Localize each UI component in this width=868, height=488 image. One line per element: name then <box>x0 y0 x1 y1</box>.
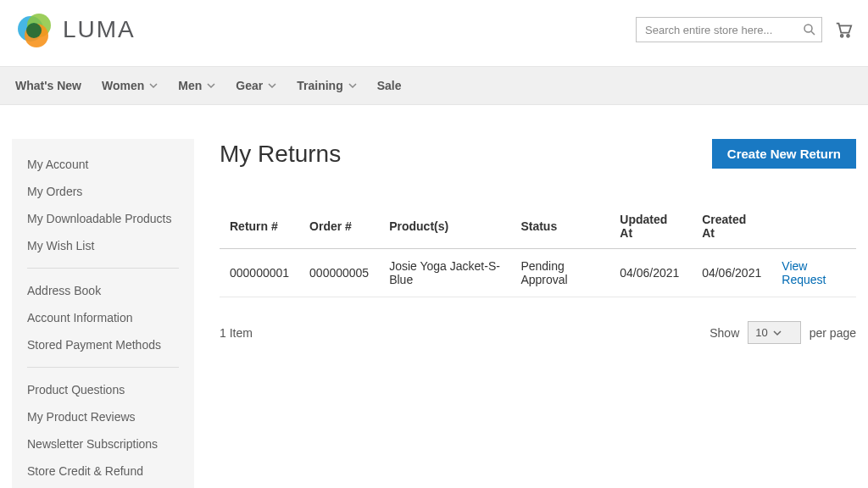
nav-item-what-s-new[interactable]: What's New <box>15 67 81 104</box>
svg-point-4 <box>804 25 812 32</box>
chevron-down-icon <box>773 329 782 337</box>
brand-name: LUMA <box>63 16 136 43</box>
chevron-down-icon <box>149 81 158 90</box>
sidebar-item-account-information[interactable]: Account Information <box>12 304 194 331</box>
cart-icon[interactable] <box>834 20 853 39</box>
nav-item-women[interactable]: Women <box>102 67 158 104</box>
column-header: Created At <box>692 204 771 249</box>
nav-label: Gear <box>236 79 263 92</box>
sidebar-item-my-wish-list[interactable]: My Wish List <box>12 232 194 259</box>
sidebar-item-my-downloadable-products[interactable]: My Downloadable Products <box>12 205 194 232</box>
nav-label: Women <box>102 79 144 92</box>
view-request-link[interactable]: View Request <box>782 259 826 286</box>
chevron-down-icon <box>348 81 357 90</box>
column-header: Status <box>510 204 609 249</box>
search-field-wrap <box>636 17 822 42</box>
svg-point-7 <box>847 35 849 37</box>
sidebar-item-my-orders[interactable]: My Orders <box>12 178 194 205</box>
create-return-button[interactable]: Create New Return <box>712 139 856 169</box>
nav-label: What's New <box>15 79 81 92</box>
nav-label: Sale <box>377 79 402 92</box>
nav-item-sale[interactable]: Sale <box>377 67 402 104</box>
products: Josie Yoga Jacket-S-Blue <box>379 249 510 297</box>
page-title: My Returns <box>220 141 341 168</box>
status: Pending Approval <box>510 249 609 297</box>
account-sidebar: My AccountMy OrdersMy Downloadable Produ… <box>12 139 194 488</box>
table-row: 000000001000000005Josie Yoga Jacket-S-Bl… <box>220 249 856 297</box>
column-header: Product(s) <box>379 204 510 249</box>
order-number: 000000005 <box>299 249 379 297</box>
sidebar-item-my-product-reviews[interactable]: My Product Reviews <box>12 403 194 430</box>
column-header: Updated At <box>609 204 692 249</box>
updated-at: 04/06/2021 <box>609 249 692 297</box>
nav-label: Men <box>178 79 202 92</box>
sidebar-item-stored-payment-methods[interactable]: Stored Payment Methods <box>12 331 194 358</box>
show-label: Show <box>709 326 739 340</box>
chevron-down-icon <box>207 81 215 90</box>
sidebar-item-my-account[interactable]: My Account <box>12 151 194 178</box>
page-size-value: 10 <box>755 326 767 339</box>
nav-label: Training <box>297 79 342 92</box>
page-size-select[interactable]: 10 <box>748 321 800 344</box>
returns-table: Return #Order #Product(s)StatusUpdated A… <box>220 204 856 297</box>
column-header <box>771 204 856 249</box>
logo-icon <box>15 10 54 49</box>
nav-item-gear[interactable]: Gear <box>236 67 276 104</box>
item-count: 1 Item <box>220 326 253 340</box>
search-input[interactable] <box>636 17 822 42</box>
return-number: 000000001 <box>220 249 299 297</box>
nav-item-men[interactable]: Men <box>178 67 215 104</box>
column-header: Order # <box>299 204 379 249</box>
svg-point-6 <box>841 35 843 37</box>
main-nav: What's NewWomenMenGearTrainingSale <box>0 66 868 105</box>
pager-toolbar: 1 Item Show 10 per page <box>220 321 856 344</box>
per-page-label: per page <box>810 326 856 340</box>
search-icon[interactable] <box>802 22 817 37</box>
created-at: 04/06/2021 <box>692 249 771 297</box>
svg-line-5 <box>811 31 815 35</box>
chevron-down-icon <box>268 81 276 90</box>
row-action: View Request <box>771 249 856 297</box>
column-header: Return # <box>220 204 299 249</box>
svg-point-3 <box>26 23 42 38</box>
logo[interactable]: LUMA <box>15 10 136 49</box>
sidebar-item-store-credit-refund[interactable]: Store Credit & Refund <box>12 458 194 485</box>
sidebar-item-newsletter-subscriptions[interactable]: Newsletter Subscriptions <box>12 430 194 458</box>
sidebar-item-product-questions[interactable]: Product Questions <box>12 376 194 403</box>
nav-item-training[interactable]: Training <box>297 67 356 104</box>
sidebar-item-address-book[interactable]: Address Book <box>12 277 194 304</box>
